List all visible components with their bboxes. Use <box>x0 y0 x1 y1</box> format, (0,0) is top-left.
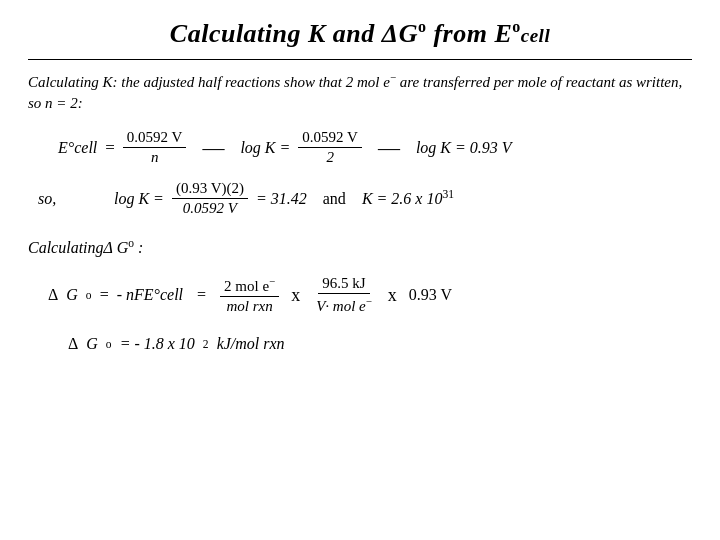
fraction-2: 0.0592 V 2 <box>298 129 362 166</box>
eq1: = <box>105 138 115 158</box>
title-text: Calculating K and ΔGo from Eocell <box>170 19 550 48</box>
intro-part4: = 2: <box>53 95 83 111</box>
dg-eq2: = <box>191 286 212 304</box>
so-numer: (0.93 V)(2) <box>172 180 248 199</box>
96kj-denom: V· mol e− <box>312 294 376 315</box>
and-label: and <box>323 190 346 208</box>
intro-n: n <box>45 95 53 111</box>
title-G: G <box>399 19 418 48</box>
title-from: from <box>426 19 494 48</box>
title-o2-sup: o <box>512 18 521 35</box>
fraction-96kj: 96.5 kJ V· mol e− <box>312 275 376 315</box>
frac2-numer: 0.0592 V <box>298 129 362 148</box>
so-formula: log K = (0.93 V)(2) 0.0592 V = 31.42 <box>114 180 307 217</box>
page-title: Calculating K and ΔGo from Eocell <box>28 18 692 49</box>
title-cell-sub: cell <box>521 25 550 46</box>
long-dash2: — <box>370 135 408 161</box>
k-exp: 31 <box>442 188 454 200</box>
dg2-delta: Δ <box>68 335 78 353</box>
dg2-unit: kJ/mol rxn <box>217 335 285 353</box>
dg-val: 0.93 V <box>409 286 452 304</box>
delta-g-row: Δ Go = - nFE°cell = 2 mol e− mol rxn x 9… <box>28 275 692 315</box>
k-result-text: K = 2.6 x 1031 <box>362 188 454 208</box>
x1-symbol: x <box>287 285 304 306</box>
dg-o: o <box>86 289 92 301</box>
e-minus1: − <box>269 275 275 287</box>
title-E: E <box>494 19 512 48</box>
log-k-label2: log K = <box>114 190 164 208</box>
x2-symbol: x <box>384 285 401 306</box>
fraction-1: 0.0592 V n <box>123 129 187 166</box>
intro-part2: the adjusted half reactions show that 2 … <box>118 74 390 90</box>
so-label: so, <box>38 190 98 208</box>
dg2-exp: 2 <box>203 338 209 350</box>
delta-g-result-row: Δ Go = - 1.8 x 102 kJ/mol rxn <box>28 335 692 353</box>
long-dash: — <box>194 135 232 161</box>
dg2-o: o <box>106 338 112 350</box>
frac1-numer: 0.0592 V <box>123 129 187 148</box>
e-cell-label: E°cell <box>58 139 97 157</box>
dg2-equals: = - 1.8 x 10 <box>120 335 195 353</box>
title-delta: Δ <box>382 19 399 48</box>
title-divider <box>28 59 692 60</box>
calc-g-label: CalculatingΔ Go : <box>28 237 692 257</box>
2mole-denom: mol rxn <box>222 297 276 315</box>
log-k-label1: log K = <box>240 139 290 157</box>
so-denom: 0.0592 V <box>179 199 241 217</box>
page: Calculating K and ΔGo from Eocell Calcul… <box>0 0 720 540</box>
intro-paragraph: Calculating K: the adjusted half reactio… <box>28 70 692 116</box>
96kj-numer: 96.5 kJ <box>318 275 369 294</box>
g-colon: : <box>134 239 143 256</box>
g-label: G <box>113 239 129 256</box>
fraction-2mole: 2 mol e− mol rxn <box>220 275 279 315</box>
frac1-denom: n <box>147 148 163 166</box>
dg-delta: Δ <box>48 286 58 304</box>
fraction-so: (0.93 V)(2) 0.0592 V <box>172 180 248 217</box>
k-result-group: K = 2.6 x 1031 <box>362 188 454 208</box>
2mole-numer: 2 mol e− <box>220 275 279 297</box>
so-equals: = 31.42 <box>256 190 307 208</box>
formula-row-1: E°cell = 0.0592 V n — log K = 0.0592 V 2… <box>28 129 692 166</box>
dg-nFE: - nFE°cell <box>117 286 183 304</box>
so-row: so, log K = (0.93 V)(2) 0.0592 V = 31.42… <box>28 180 692 217</box>
e-minus2: − <box>366 295 372 307</box>
log-k-result: log K = 0.93 V <box>416 139 512 157</box>
frac2-denom: 2 <box>322 148 338 166</box>
dg2-G: G <box>86 335 98 353</box>
dg-equals1: = <box>100 286 109 304</box>
intro-calc-k: Calculating K: <box>28 74 118 90</box>
dg-G: G <box>66 286 78 304</box>
